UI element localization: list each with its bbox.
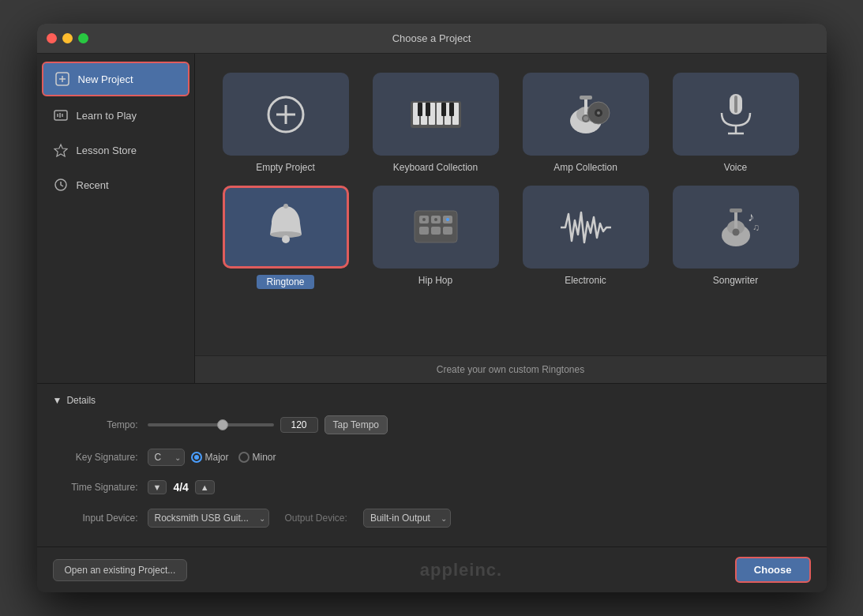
minor-label: Minor xyxy=(253,452,276,463)
svg-marker-7 xyxy=(54,145,67,156)
svg-rect-45 xyxy=(443,227,452,235)
ringtone-icon-tile[interactable] xyxy=(223,186,349,269)
keyboard-collection-icon-tile[interactable] xyxy=(373,73,499,156)
electronic-label: Electronic xyxy=(565,275,606,286)
svg-rect-19 xyxy=(418,103,422,116)
minimize-button[interactable] xyxy=(62,33,73,43)
sidebar-item-learn-to-play[interactable]: Learn to Play xyxy=(42,100,189,131)
empty-project-icon-tile[interactable] xyxy=(223,73,349,156)
sidebar-label-new-project: New Project xyxy=(78,73,133,85)
output-device-select[interactable]: Built-in Output xyxy=(363,509,451,528)
hip-hop-icon-tile[interactable] xyxy=(373,186,499,269)
maximize-button[interactable] xyxy=(78,33,88,43)
time-signature-controls: ▼ 4/4 ▲ xyxy=(148,480,215,494)
output-device-wrapper: Built-in Output xyxy=(363,509,451,528)
songwriter-label: Songwriter xyxy=(713,275,758,286)
svg-point-46 xyxy=(422,218,426,221)
major-radio-dot xyxy=(191,452,202,463)
list-item[interactable]: Keyboard Collection xyxy=(367,73,505,173)
sidebar: New Project Learn to Play xyxy=(37,54,195,383)
list-item[interactable]: Electronic xyxy=(517,186,655,289)
sidebar-item-lesson-store[interactable]: Lesson Store xyxy=(42,134,189,166)
input-device-wrapper: Rocksmith USB Guit... xyxy=(148,509,269,528)
list-item[interactable]: Ringtone xyxy=(217,186,355,289)
amp-collection-label: Amp Collection xyxy=(553,162,617,173)
svg-point-28 xyxy=(583,116,588,121)
svg-point-48 xyxy=(446,218,449,221)
svg-rect-20 xyxy=(426,103,430,116)
choose-button[interactable]: Choose xyxy=(735,557,811,583)
titlebar: Choose a Project xyxy=(37,24,827,54)
svg-rect-22 xyxy=(449,103,454,116)
songwriter-icon-tile[interactable]: ♪ ♫ xyxy=(673,186,799,269)
list-item[interactable]: Voice xyxy=(667,73,805,173)
sidebar-label-lesson-store: Lesson Store xyxy=(77,145,137,156)
electronic-icon-tile[interactable] xyxy=(523,186,649,269)
device-controls: Rocksmith USB Guit... Output Device: Bui… xyxy=(148,509,451,528)
details-toggle-label: Details xyxy=(66,395,96,406)
list-item[interactable]: Empty Project xyxy=(217,73,355,173)
details-section: ▼ Details Tempo: 120 Tap Tempo Key Signa… xyxy=(37,383,827,547)
project-grid: Empty Project xyxy=(195,54,827,355)
time-sig-value: 4/4 xyxy=(170,481,191,494)
open-project-button[interactable]: Open an existing Project... xyxy=(53,559,188,581)
hip-hop-label: Hip Hop xyxy=(418,275,452,286)
list-item[interactable]: ♪ ♫ Songwriter xyxy=(667,186,805,289)
input-device-label: Input Device: xyxy=(53,513,148,524)
time-signature-row: Time Signature: ▼ 4/4 ▲ xyxy=(53,480,811,494)
svg-text:♫: ♫ xyxy=(752,222,760,233)
details-toggle[interactable]: ▼ Details xyxy=(53,395,811,406)
tempo-row: Tempo: 120 Tap Tempo xyxy=(53,415,811,434)
details-chevron-icon: ▼ xyxy=(53,395,62,406)
watermark-text: appleinc. xyxy=(420,560,502,580)
content-area: Empty Project xyxy=(195,54,827,383)
learn-to-play-icon xyxy=(53,107,69,123)
svg-point-38 xyxy=(283,204,288,208)
svg-rect-52 xyxy=(730,208,742,212)
output-device-label: Output Device: xyxy=(285,513,347,524)
close-button[interactable] xyxy=(47,33,57,43)
tempo-slider[interactable] xyxy=(148,423,274,426)
tempo-label: Tempo: xyxy=(53,419,148,430)
svg-point-53 xyxy=(732,228,739,235)
svg-rect-25 xyxy=(584,97,587,116)
svg-point-47 xyxy=(434,218,437,221)
voice-icon-tile[interactable] xyxy=(673,73,799,156)
time-signature-label: Time Signature: xyxy=(53,482,148,493)
list-item[interactable]: Amp Collection xyxy=(517,73,655,173)
sidebar-item-new-project[interactable]: New Project xyxy=(42,62,189,96)
main-content: New Project Learn to Play xyxy=(37,54,827,383)
ringtone-label: Ringtone xyxy=(257,275,313,289)
input-device-select[interactable]: Rocksmith USB Guit... xyxy=(148,509,269,528)
device-row: Input Device: Rocksmith USB Guit... Outp… xyxy=(53,509,811,528)
svg-rect-43 xyxy=(419,227,429,235)
time-sig-increase[interactable]: ▲ xyxy=(195,480,215,494)
svg-point-37 xyxy=(282,235,290,243)
svg-rect-21 xyxy=(441,103,446,116)
recent-icon xyxy=(53,177,69,193)
svg-rect-35 xyxy=(734,96,737,113)
minor-radio-item[interactable]: Minor xyxy=(238,452,276,463)
mode-radio-group: Major Minor xyxy=(191,452,276,463)
key-signature-controls: CC#DD# EFF#G G#AA#B Major Minor xyxy=(148,449,276,466)
major-radio-item[interactable]: Major xyxy=(191,452,229,463)
window-title: Choose a Project xyxy=(392,32,471,44)
svg-rect-44 xyxy=(431,227,441,235)
tempo-controls: 120 Tap Tempo xyxy=(148,415,388,434)
empty-project-label: Empty Project xyxy=(256,162,315,173)
list-item[interactable]: Hip Hop xyxy=(367,186,505,289)
svg-rect-26 xyxy=(580,96,592,100)
tempo-value-input[interactable]: 120 xyxy=(280,417,318,433)
major-label: Major xyxy=(205,452,229,463)
main-window: Choose a Project New Project xyxy=(37,24,827,592)
keyboard-collection-label: Keyboard Collection xyxy=(393,162,478,173)
tempo-thumb[interactable] xyxy=(217,419,228,430)
tap-tempo-button[interactable]: Tap Tempo xyxy=(325,415,388,434)
amp-collection-icon-tile[interactable] xyxy=(523,73,649,156)
time-sig-decrease[interactable]: ▼ xyxy=(148,480,167,494)
sidebar-item-recent[interactable]: Recent xyxy=(42,169,189,201)
sidebar-label-learn-to-play: Learn to Play xyxy=(77,110,137,122)
voice-label: Voice xyxy=(724,162,747,173)
key-select[interactable]: CC#DD# EFF#G G#AA#B xyxy=(148,449,185,466)
svg-rect-51 xyxy=(734,210,737,229)
